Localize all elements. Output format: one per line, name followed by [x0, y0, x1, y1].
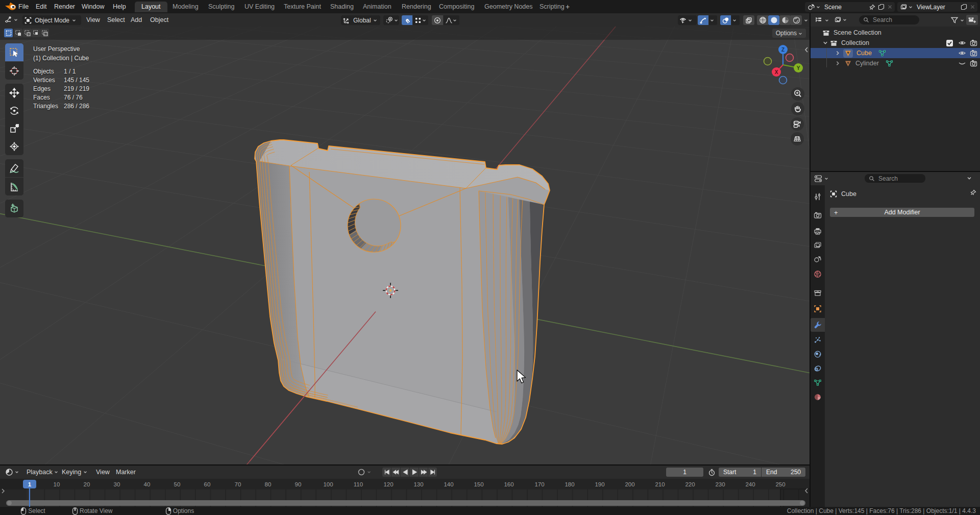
- svg-text:50: 50: [174, 481, 181, 487]
- svg-text:250: 250: [775, 481, 785, 487]
- svg-text:Z: Z: [781, 47, 785, 53]
- svg-text:Y: Y: [797, 65, 800, 71]
- svg-text:220: 220: [685, 481, 695, 487]
- svg-text:140: 140: [444, 481, 453, 487]
- svg-text:210: 210: [655, 481, 665, 487]
- svg-text:X: X: [775, 69, 778, 75]
- svg-text:130: 130: [413, 481, 423, 487]
- svg-text:180: 180: [565, 481, 574, 487]
- svg-text:200: 200: [625, 481, 634, 487]
- svg-text:110: 110: [354, 481, 363, 487]
- svg-text:150: 150: [474, 481, 483, 487]
- svg-text:190: 190: [595, 481, 604, 487]
- svg-text:120: 120: [383, 481, 393, 487]
- svg-text:10: 10: [54, 481, 60, 487]
- svg-text:90: 90: [295, 481, 302, 487]
- svg-text:1: 1: [28, 481, 32, 487]
- svg-text:240: 240: [745, 481, 755, 487]
- svg-text:100: 100: [323, 481, 333, 487]
- svg-text:30: 30: [114, 481, 120, 487]
- svg-text:20: 20: [84, 481, 90, 487]
- svg-text:40: 40: [144, 481, 151, 487]
- svg-text:160: 160: [504, 481, 513, 487]
- svg-text:60: 60: [204, 481, 211, 487]
- svg-text:70: 70: [235, 481, 241, 487]
- svg-text:80: 80: [265, 481, 272, 487]
- svg-text:170: 170: [534, 481, 544, 487]
- svg-text:230: 230: [715, 481, 725, 487]
